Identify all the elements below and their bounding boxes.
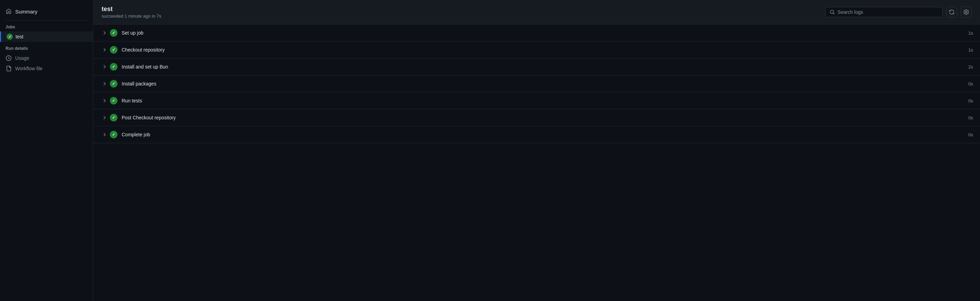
steps-list: Set up job 1s Checkout repository 1s Ins… bbox=[93, 24, 980, 301]
step-expand-icon bbox=[100, 114, 108, 122]
step-name: Checkout repository bbox=[122, 47, 959, 53]
jobs-section-label: Jobs bbox=[0, 23, 93, 32]
job-header: test succeeded 1 minute ago in 7s bbox=[93, 0, 980, 24]
step-duration: 0s bbox=[959, 132, 973, 137]
sidebar-divider bbox=[6, 20, 88, 21]
search-logs-box[interactable] bbox=[825, 7, 943, 17]
settings-icon bbox=[963, 10, 969, 15]
step-expand-icon bbox=[100, 80, 108, 88]
step-name: Complete job bbox=[122, 132, 959, 137]
file-icon bbox=[6, 66, 12, 72]
step-row[interactable]: Run tests 0s bbox=[93, 92, 980, 109]
step-name: Set up job bbox=[122, 30, 959, 36]
job-subtitle: succeeded 1 minute ago in 7s bbox=[102, 13, 161, 19]
job-item-label: test bbox=[16, 34, 24, 40]
home-icon bbox=[6, 8, 12, 14]
step-name: Install and set up Bun bbox=[122, 64, 959, 70]
search-logs-input[interactable] bbox=[838, 10, 938, 15]
clock-icon bbox=[6, 55, 12, 61]
step-row[interactable]: Install packages 0s bbox=[93, 75, 980, 92]
job-header-actions bbox=[825, 6, 972, 18]
step-row[interactable]: Install and set up Bun 2s bbox=[93, 58, 980, 75]
step-duration: 1s bbox=[959, 47, 973, 53]
step-success-icon bbox=[110, 114, 118, 122]
step-row[interactable]: Post Checkout repository 0s bbox=[93, 109, 980, 126]
step-duration: 0s bbox=[959, 98, 973, 104]
step-success-icon bbox=[110, 46, 118, 54]
job-title-block: test succeeded 1 minute ago in 7s bbox=[102, 6, 161, 19]
step-success-icon bbox=[110, 80, 118, 88]
step-success-icon bbox=[110, 131, 118, 138]
refresh-button[interactable] bbox=[946, 6, 957, 18]
sidebar-summary-link[interactable]: Summary bbox=[0, 6, 93, 17]
usage-label: Usage bbox=[15, 55, 29, 61]
step-name: Run tests bbox=[122, 98, 959, 104]
job-title: test bbox=[102, 6, 161, 13]
settings-button[interactable] bbox=[961, 6, 972, 18]
sidebar-run-workflow[interactable]: Workflow file bbox=[0, 63, 93, 74]
step-success-icon bbox=[110, 29, 118, 37]
workflow-file-label: Workflow file bbox=[15, 66, 43, 71]
step-duration: 0s bbox=[959, 81, 973, 86]
step-expand-icon bbox=[100, 130, 108, 139]
step-expand-icon bbox=[100, 29, 108, 37]
search-icon bbox=[830, 10, 835, 15]
sidebar-job-item-test[interactable]: test bbox=[0, 32, 93, 42]
run-details-label: Run details bbox=[0, 42, 93, 53]
main-content: test succeeded 1 minute ago in 7s bbox=[93, 0, 980, 301]
step-name: Install packages bbox=[122, 81, 959, 86]
step-expand-icon bbox=[100, 62, 108, 71]
step-row[interactable]: Set up job 1s bbox=[93, 24, 980, 42]
step-duration: 0s bbox=[959, 115, 973, 120]
step-success-icon bbox=[110, 97, 118, 104]
step-duration: 1s bbox=[959, 30, 973, 36]
step-name: Post Checkout repository bbox=[122, 115, 959, 120]
step-expand-icon bbox=[100, 96, 108, 105]
step-row[interactable]: Checkout repository 1s bbox=[93, 42, 980, 58]
sidebar-run-usage[interactable]: Usage bbox=[0, 53, 93, 63]
refresh-icon bbox=[949, 10, 955, 15]
step-success-icon bbox=[110, 63, 118, 70]
job-success-icon bbox=[6, 34, 13, 40]
step-duration: 2s bbox=[959, 64, 973, 70]
step-expand-icon bbox=[100, 46, 108, 54]
step-row[interactable]: Complete job 0s bbox=[93, 126, 980, 143]
summary-label: Summary bbox=[15, 9, 37, 14]
sidebar: Summary Jobs test Run details Usage Work… bbox=[0, 0, 93, 301]
